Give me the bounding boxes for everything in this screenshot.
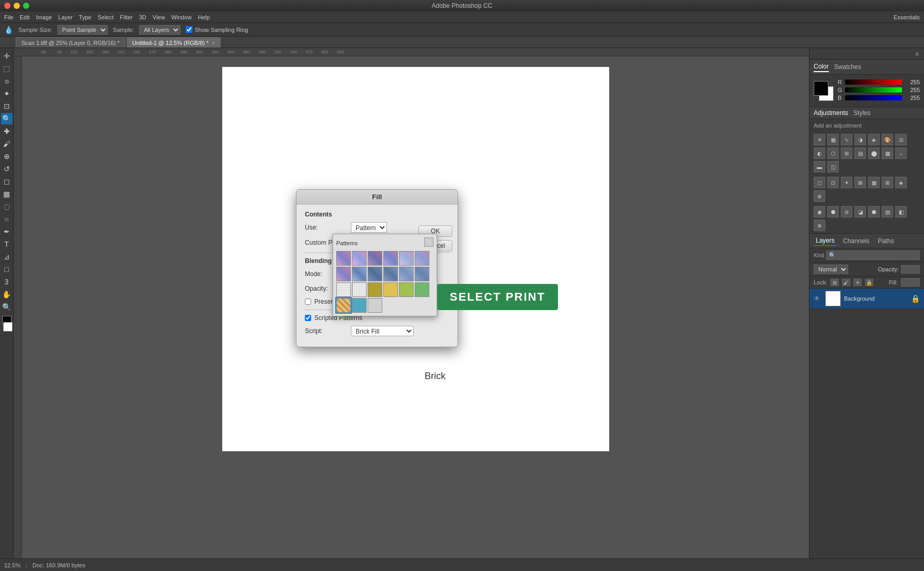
tab-scan[interactable]: Scan 1.tiff @ 25% (Layer 0, RGB/16) *	[16, 37, 126, 48]
tool-brush[interactable]: 🖌	[1, 138, 13, 150]
adj-3-7[interactable]: ◧	[895, 206, 907, 218]
menu-help[interactable]: Help	[198, 14, 210, 20]
pattern-cell-8[interactable]	[352, 267, 367, 281]
background-layer[interactable]: 👁 Background 🔒	[809, 289, 924, 309]
adj-2-6[interactable]: ⊞	[882, 177, 893, 188]
menu-3d[interactable]: 3D	[139, 14, 146, 20]
g-slider[interactable]	[845, 87, 902, 93]
menu-view[interactable]: View	[153, 14, 165, 20]
tool-clone[interactable]: ⊕	[1, 151, 13, 162]
lock-move-icon[interactable]: ✛	[853, 279, 862, 286]
layer-mode-select[interactable]: Normal	[814, 265, 848, 274]
pattern-cell-10[interactable]	[383, 267, 398, 281]
background-color[interactable]	[3, 322, 13, 332]
menu-edit[interactable]: Edit	[20, 14, 30, 20]
adj-hsl[interactable]: 🎨	[882, 134, 893, 145]
pattern-cell-11[interactable]	[399, 267, 414, 281]
pattern-cell-6[interactable]	[415, 251, 429, 266]
pattern-cell-2[interactable]	[352, 251, 367, 266]
pattern-cell-20[interactable]	[352, 298, 367, 313]
pattern-cell-7[interactable]	[336, 267, 351, 281]
adj-3-5[interactable]: ⬟	[868, 206, 880, 218]
tool-shape[interactable]: □	[1, 264, 13, 275]
tool-gradient[interactable]: ▦	[1, 188, 13, 200]
tool-eyedropper[interactable]: 🔍	[1, 113, 13, 124]
tool-text[interactable]: T	[1, 238, 13, 250]
minimize-button[interactable]	[14, 3, 20, 9]
foreground-swatch[interactable]	[814, 81, 828, 96]
adj-color-balance[interactable]: ⚖	[895, 134, 907, 145]
tool-move[interactable]: ✛	[1, 50, 13, 62]
pattern-cell-18[interactable]	[415, 282, 429, 297]
adj-levels[interactable]: ▦	[827, 134, 839, 145]
close-button[interactable]	[4, 3, 10, 9]
pattern-cell-1[interactable]	[336, 251, 351, 266]
adj-brightness[interactable]: ☀	[814, 134, 825, 145]
pattern-cell-13[interactable]	[336, 282, 351, 297]
adj-2-4[interactable]: ⊠	[854, 177, 866, 188]
pattern-cell-16[interactable]	[383, 282, 398, 297]
tool-path[interactable]: ⊿	[1, 251, 13, 262]
adj-2-5[interactable]: ▦	[868, 177, 880, 188]
pattern-cell-9[interactable]	[368, 267, 382, 281]
pattern-cell-15[interactable]	[368, 282, 382, 297]
adj-3-8[interactable]: ⊗	[814, 220, 825, 231]
opacity-input[interactable]: 100%	[901, 265, 920, 273]
adj-3-1[interactable]: ◉	[814, 206, 825, 218]
foreground-background-colors[interactable]	[1, 316, 13, 332]
adj-selective-color[interactable]: ◫	[827, 161, 839, 173]
menu-select[interactable]: Select	[98, 14, 114, 20]
menu-layer[interactable]: Layer	[58, 14, 73, 20]
adj-posterize[interactable]: ▩	[882, 147, 893, 159]
adj-2-7[interactable]: ◈	[895, 177, 907, 188]
pattern-cell-21[interactable]	[368, 298, 382, 313]
adj-vibrance[interactable]: ◈	[868, 134, 880, 145]
adj-2-2[interactable]: ⊡	[827, 177, 839, 188]
adj-3-3[interactable]: ⊘	[841, 206, 852, 218]
adj-2-1[interactable]: ◻	[814, 177, 825, 188]
tool-hand[interactable]: ✋	[1, 289, 13, 300]
adj-channel-mixer[interactable]: ⊞	[841, 147, 852, 159]
script-select[interactable]: Brick Fill	[351, 326, 414, 336]
tool-3d[interactable]: 3	[1, 276, 13, 288]
tool-healing[interactable]: ✚	[1, 125, 13, 137]
sample-value-select[interactable]: All Layers	[139, 25, 180, 35]
pattern-cell-14[interactable]	[352, 282, 367, 297]
scripted-patterns-checkbox[interactable]	[305, 315, 311, 321]
lock-image-icon[interactable]: 🖌	[842, 279, 850, 286]
sampling-ring-checkbox[interactable]	[186, 26, 192, 33]
adj-bw[interactable]: ◐	[814, 147, 825, 159]
paths-tab[interactable]: Paths	[876, 236, 896, 246]
essentials-label[interactable]: Essentials	[894, 14, 920, 20]
adj-threshold[interactable]: ⬦	[895, 147, 907, 159]
pattern-cell-4[interactable]	[383, 251, 398, 266]
pattern-cell-12[interactable]	[415, 267, 429, 281]
channels-tab[interactable]: Channels	[841, 236, 872, 246]
pattern-cell-19[interactable]	[336, 298, 351, 313]
tool-dodge[interactable]: ○	[1, 213, 13, 225]
color-swatch-box[interactable]	[814, 81, 834, 101]
sampling-ring-check[interactable]: Show Sampling Ring	[186, 26, 248, 33]
maximize-button[interactable]	[23, 3, 29, 9]
menu-window[interactable]: Window	[171, 14, 191, 20]
pattern-settings-button[interactable]: ⚙	[424, 237, 434, 247]
fill-input[interactable]: 100%	[901, 278, 920, 287]
tool-blur[interactable]: ◌	[1, 201, 13, 212]
adj-invert[interactable]: ⬤	[868, 147, 880, 159]
adj-3-4[interactable]: ◪	[854, 206, 866, 218]
adj-gradient-map[interactable]: ▬	[814, 161, 825, 173]
b-slider[interactable]	[845, 95, 902, 100]
pattern-cell-5[interactable]	[399, 251, 414, 266]
adj-2-8[interactable]: ⊕	[814, 190, 825, 202]
lock-transparent-icon[interactable]: ⊞	[830, 279, 839, 286]
adj-photo-filter[interactable]: ⬡	[827, 147, 839, 159]
tool-history[interactable]: ↺	[1, 163, 13, 175]
adj-3-6[interactable]: ▤	[882, 206, 893, 218]
use-select[interactable]: Pattern	[351, 222, 387, 233]
menu-filter[interactable]: Filter	[120, 14, 132, 20]
adjustments-tab[interactable]: Adjustments	[814, 109, 848, 117]
adj-curves[interactable]: ∿	[841, 134, 852, 145]
tool-eraser[interactable]: ◻	[1, 176, 13, 187]
tool-lasso[interactable]: ⌾	[1, 75, 13, 87]
adj-2-3[interactable]: ✦	[841, 177, 852, 188]
